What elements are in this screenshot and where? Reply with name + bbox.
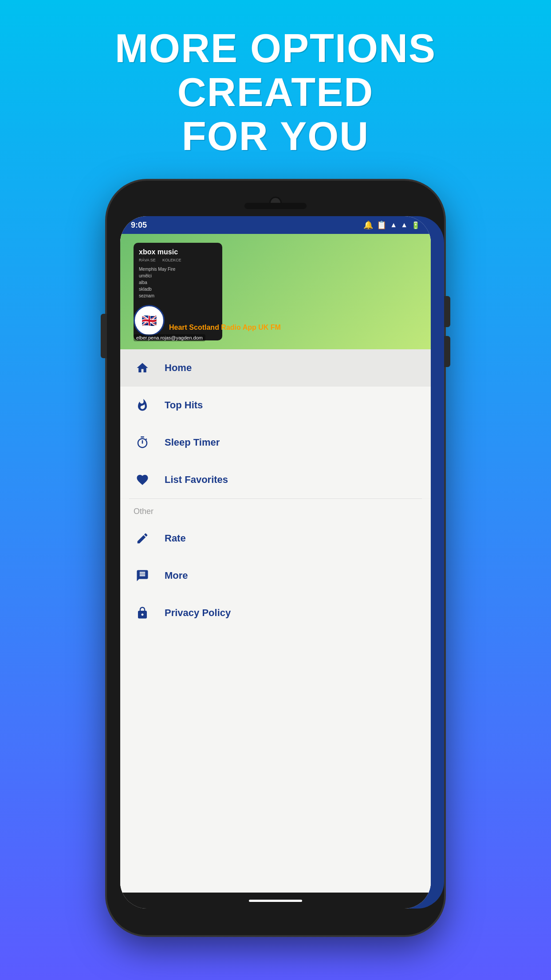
status-time: 9:05 xyxy=(131,221,147,230)
top-hits-label: Top Hits xyxy=(165,399,203,411)
chat-icon xyxy=(134,567,151,585)
sleep-timer-label: Sleep Timer xyxy=(165,437,220,448)
radio-logo: 🇬🇧 xyxy=(134,305,165,336)
rate-label: Rate xyxy=(165,533,186,544)
headline: MORE OPTIONS CREATED FOR YOU xyxy=(0,0,551,176)
battery-icon: 🔋 xyxy=(411,221,420,229)
lock-icon xyxy=(134,604,151,622)
status-icons: 🔔 📋 ▲ ▲ 🔋 xyxy=(363,220,420,230)
more-label: More xyxy=(165,570,188,581)
home-label: Home xyxy=(165,362,192,374)
header-banner: xbox music RÁVA SE KOLEKCE Memphis May F… xyxy=(120,234,431,349)
phone-power xyxy=(101,314,107,358)
xbox-title: xbox music xyxy=(139,248,217,256)
privacy-label: Privacy Policy xyxy=(165,607,231,619)
home-bar-line xyxy=(249,900,302,902)
menu-item-home[interactable]: Home xyxy=(120,349,431,387)
fire-icon xyxy=(134,396,151,414)
notification-icon: 🔔 xyxy=(363,220,373,230)
phone-vol-up xyxy=(444,296,450,327)
list-favorites-label: List Favorites xyxy=(165,474,228,486)
radio-name: Heart Scotland Radio App UK FM xyxy=(169,324,281,332)
menu-item-top-hits[interactable]: Top Hits xyxy=(120,387,431,424)
menu-item-rate[interactable]: Rate xyxy=(120,520,431,557)
home-icon xyxy=(134,359,151,377)
xbox-list: Memphis May Fire umělci alba skladb sezn… xyxy=(139,266,217,299)
sd-icon: 📋 xyxy=(377,220,386,230)
other-section-label: Other xyxy=(120,499,431,520)
phone-speaker xyxy=(244,203,307,209)
menu-item-privacy[interactable]: Privacy Policy xyxy=(120,594,431,632)
pencil-icon xyxy=(134,530,151,547)
xbox-subtitle: RÁVA SE KOLEKCE xyxy=(139,258,217,262)
menu-item-sleep-timer[interactable]: Sleep Timer xyxy=(120,424,431,461)
phone-screen: 9:05 🔔 📋 ▲ ▲ 🔋 xbox music RÁVA SE xyxy=(120,216,431,909)
timer-icon xyxy=(134,434,151,451)
menu-item-list-favorites[interactable]: List Favorites xyxy=(120,461,431,498)
heart-icon xyxy=(134,471,151,489)
phone-wrapper: IO STATIONS ▶ 9:05 🔔 📋 ▲ ▲ 🔋 xyxy=(107,181,444,935)
signal-icon: ▲ xyxy=(401,221,408,229)
status-bar: 9:05 🔔 📋 ▲ ▲ 🔋 xyxy=(120,216,431,234)
flag-icon: 🇬🇧 xyxy=(142,313,157,328)
phone-vol-down xyxy=(444,336,450,367)
app-content: xbox music RÁVA SE KOLEKCE Memphis May F… xyxy=(120,234,431,893)
home-bar xyxy=(120,893,431,909)
wifi-icon: ▲ xyxy=(390,221,397,229)
menu-item-more[interactable]: More xyxy=(120,557,431,594)
drawer-menu: Home Top Hits Sleep Timer xyxy=(120,349,431,893)
radio-email: elber.pena.rojas@yagden.dom xyxy=(134,334,205,341)
